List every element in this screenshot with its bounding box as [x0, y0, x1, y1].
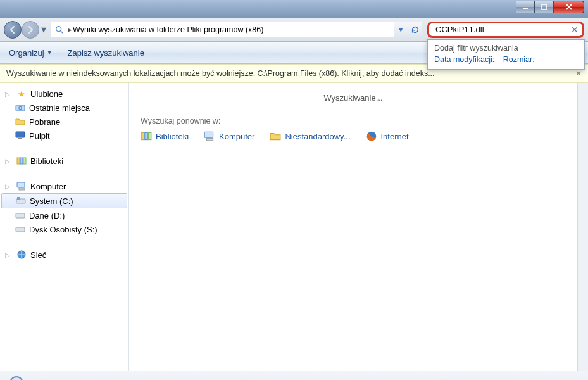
- filter-size[interactable]: Rozmiar:: [503, 55, 535, 64]
- sidebar-recent-places[interactable]: Ostatnie miejsca: [0, 101, 128, 115]
- svg-rect-14: [16, 213, 25, 218]
- libraries-icon: [16, 156, 27, 166]
- expand-icon: ▷: [5, 91, 11, 98]
- svg-rect-1: [542, 4, 547, 10]
- libraries-icon: [141, 130, 152, 142]
- svg-rect-10: [17, 182, 25, 187]
- folder-icon: [15, 117, 25, 127]
- sidebar-item-label: Pobrane: [29, 117, 60, 127]
- maximize-icon: [541, 3, 548, 11]
- search-filter-dropdown: Dodaj filtr wyszukiwania Data modyfikacj…: [427, 39, 585, 70]
- nav-arrows: ▾: [4, 21, 48, 39]
- filter-date-modified[interactable]: Data modyfikacji:: [434, 55, 494, 64]
- option-label: Internet: [381, 132, 409, 141]
- sidebar-item-label: Dane (D:): [29, 211, 65, 220]
- window-titlebar: [0, 0, 588, 18]
- option-label: Komputer: [219, 132, 254, 141]
- svg-rect-18: [145, 132, 148, 139]
- firefox-icon: [366, 130, 377, 142]
- svg-rect-17: [141, 132, 144, 139]
- desktop-icon: [15, 130, 25, 141]
- drive-icon: [15, 210, 25, 220]
- sidebar-favorites[interactable]: ▷ ★ Ulubione: [0, 87, 128, 101]
- expand-icon: ▷: [5, 183, 11, 190]
- drive-icon: [16, 196, 26, 206]
- back-button[interactable]: [4, 21, 22, 39]
- window-controls: [516, 1, 584, 13]
- save-search-button[interactable]: Zapisz wyszukiwanie: [68, 48, 144, 58]
- address-dropdown-button[interactable]: ▾: [394, 22, 408, 37]
- close-button[interactable]: [554, 1, 584, 13]
- sidebar-computer[interactable]: ▷ Komputer: [0, 179, 128, 193]
- sidebar-item-label: Biblioteki: [30, 156, 63, 166]
- option-label: Biblioteki: [156, 132, 189, 141]
- sidebar-item-label: Ostatnie miejsca: [29, 103, 90, 113]
- svg-rect-12: [16, 199, 25, 203]
- sidebar-drive-d[interactable]: Dane (D:): [0, 208, 128, 222]
- drive-icon: [15, 224, 25, 234]
- breadcrumb-separator: ▸: [66, 25, 73, 34]
- computer-icon: [16, 181, 27, 191]
- sidebar-desktop[interactable]: Pulpit: [0, 129, 128, 142]
- forward-button[interactable]: [22, 21, 39, 39]
- arrow-left-icon: [8, 25, 17, 34]
- refresh-icon: [411, 25, 420, 34]
- search-again-section: Wyszukaj ponownie w: Biblioteki Komputer: [129, 117, 577, 142]
- organize-label: Organizuj: [9, 48, 44, 58]
- network-icon: [16, 250, 27, 260]
- svg-rect-13: [17, 197, 20, 200]
- searching-status: Wyszukiwanie...: [129, 83, 577, 117]
- expand-icon: ▷: [5, 158, 11, 165]
- svg-rect-9: [23, 158, 26, 164]
- maximize-button[interactable]: [535, 1, 554, 13]
- search-again-internet[interactable]: Internet: [366, 130, 409, 142]
- refresh-button[interactable]: [408, 22, 422, 37]
- computer-icon: [204, 130, 215, 142]
- vertical-scrollbar[interactable]: [577, 83, 588, 370]
- sidebar-libraries[interactable]: ▷ Biblioteki: [0, 154, 128, 168]
- search-filter-header: Dodaj filtr wyszukiwania: [428, 40, 584, 54]
- index-info-text: Wyszukiwanie w nieindeksowanych lokaliza…: [6, 69, 435, 78]
- svg-rect-5: [16, 132, 25, 137]
- recent-locations-dropdown[interactable]: ▾: [39, 23, 48, 35]
- option-label: Niestandardowy...: [285, 132, 350, 141]
- search-icon: [54, 25, 65, 34]
- svg-rect-19: [148, 132, 151, 139]
- svg-rect-20: [204, 132, 213, 137]
- sidebar-item-label: Ulubione: [30, 89, 63, 99]
- sidebar-network[interactable]: ▷ Sieć: [0, 248, 128, 262]
- magnifier-icon: [6, 373, 30, 380]
- search-again-custom[interactable]: Niestandardowy...: [270, 130, 350, 142]
- chevron-down-icon: ▼: [47, 49, 53, 56]
- sidebar-item-label: Dysk Osobisty (S:): [29, 225, 97, 234]
- sidebar-drive-s[interactable]: Dysk Osobisty (S:): [0, 222, 128, 236]
- search-box[interactable]: ✕: [427, 22, 584, 38]
- navigation-bar: ▾ ▸ Wyniki wyszukiwania w folderze Pliki…: [0, 18, 588, 42]
- svg-rect-21: [207, 138, 213, 140]
- svg-rect-6: [18, 138, 22, 139]
- close-infobar-button[interactable]: ✕: [575, 69, 582, 78]
- save-search-label: Zapisz wyszukiwanie: [68, 48, 144, 58]
- navigation-pane: ▷ ★ Ulubione Ostatnie miejsca Pobrane: [0, 83, 129, 370]
- minimize-icon: [522, 3, 529, 11]
- content-pane: Wyszukiwanie... Wyszukaj ponownie w: Bib…: [129, 83, 577, 370]
- clear-search-button[interactable]: ✕: [570, 25, 580, 35]
- sidebar-drive-c[interactable]: System (C:): [1, 193, 127, 208]
- sidebar-item-label: System (C:): [30, 196, 73, 206]
- expand-icon: ▷: [5, 251, 11, 258]
- sidebar-downloads[interactable]: Pobrane: [0, 115, 128, 129]
- star-icon: ★: [16, 89, 27, 99]
- svg-rect-3: [16, 105, 25, 111]
- sidebar-item-label: Pulpit: [29, 131, 50, 141]
- svg-rect-11: [19, 188, 25, 190]
- minimize-button[interactable]: [516, 1, 535, 13]
- search-again-computer[interactable]: Komputer: [204, 130, 254, 142]
- search-again-libraries[interactable]: Biblioteki: [141, 130, 189, 142]
- address-text: Wyniki wyszukiwania w folderze Pliki pro…: [73, 25, 263, 34]
- svg-rect-7: [17, 158, 20, 164]
- svg-rect-8: [20, 158, 23, 164]
- search-input[interactable]: [434, 24, 570, 35]
- organize-menu[interactable]: Organizuj ▼: [9, 48, 53, 58]
- svg-point-23: [10, 377, 23, 380]
- address-bar[interactable]: ▸ Wyniki wyszukiwania w folderze Pliki p…: [51, 22, 422, 37]
